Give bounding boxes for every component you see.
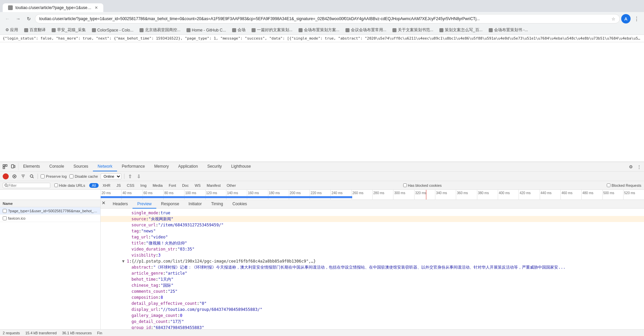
bookmark-wenshu[interactable]: 一篇好的文案策划... <box>249 26 295 34</box>
device-toolbar-button[interactable] <box>9 163 17 170</box>
tab-console[interactable]: Console <box>45 162 69 171</box>
detail-tab-cookies[interactable]: Cookies <box>228 200 252 209</box>
export-har-button[interactable]: ⇩ <box>136 173 142 179</box>
record-button[interactable] <box>3 173 9 179</box>
bookmark-apps[interactable]: ⚙ 应用 <box>3 26 21 34</box>
disable-cache-input[interactable] <box>69 174 73 178</box>
json-key: visibility <box>131 252 156 258</box>
json-key: tag_url <box>131 234 149 240</box>
search-button[interactable] <box>29 173 35 179</box>
filter-input-wrap[interactable] <box>3 183 50 188</box>
bookmark-label: 百度翻译 <box>30 27 46 33</box>
json-key: gallery_image_count <box>131 313 177 319</box>
svg-line-12 <box>33 177 34 178</box>
profile-button[interactable]: A <box>621 14 631 23</box>
request-1-bar <box>101 196 352 198</box>
filter-js[interactable]: JS <box>114 183 123 188</box>
filter-button[interactable] <box>20 173 26 179</box>
bookmarks-bar: ⚙ 应用 百度翻译 早安_花猫_采集 ColorSpace - Colo... … <box>0 25 644 35</box>
tab-memory[interactable]: Memory <box>150 162 173 171</box>
filter-other[interactable]: Other <box>225 183 238 188</box>
devtools-more-button[interactable]: ⋮ <box>635 163 643 170</box>
bookmark-huacai[interactable]: 早安_花猫_采集 <box>49 26 88 34</box>
detail-tab-response[interactable]: Response <box>156 200 184 209</box>
filter-media[interactable]: Media <box>151 183 165 188</box>
filter-doc[interactable]: Doc <box>180 183 191 188</box>
devtools-settings-button[interactable]: ⚙ <box>627 163 635 170</box>
bookmark-baidu[interactable]: 百度翻译 <box>21 26 48 34</box>
json-key: display_url <box>131 306 158 313</box>
detail-tab-preview[interactable]: Preview <box>132 200 156 209</box>
detail-tab-headers[interactable]: Headers <box>108 200 132 209</box>
inspect-element-button[interactable] <box>1 163 9 170</box>
close-detail-panel-button[interactable]: ✕ <box>101 200 107 206</box>
detail-tab-initiator[interactable]: Initiator <box>184 200 206 209</box>
tab-security[interactable]: Security <box>203 162 226 171</box>
filter-input[interactable] <box>8 183 49 187</box>
json-key: 1 <box>127 258 129 264</box>
tab-network[interactable]: Network <box>93 162 117 171</box>
browser-menu-button[interactable]: ⋮ <box>632 14 641 23</box>
page-json-content: {"login_status": false, "has_more": true… <box>0 35 644 42</box>
bookmark-huichang[interactable]: 会场 <box>229 26 248 34</box>
json-colon: : <box>149 234 151 240</box>
filter-img[interactable]: Img <box>139 183 149 188</box>
tab-sources[interactable]: Sources <box>69 162 93 171</box>
disable-cache-checkbox[interactable]: Disable cache <box>69 174 98 178</box>
bookmark-huichang2[interactable]: 会场布置策划方案... <box>296 26 342 34</box>
json-line: comments_count : "25" <box>101 288 644 294</box>
filter-xhr[interactable]: XHR <box>101 183 112 188</box>
has-blocked-cookies-checkbox[interactable]: Has blocked cookies <box>403 183 442 187</box>
json-key: comments_count <box>131 288 165 294</box>
json-line: behot_time : "1天内" <box>101 276 644 282</box>
file-item-favicon[interactable]: favicon.ico <box>0 215 100 222</box>
forward-button[interactable]: → <box>13 14 23 23</box>
bookmark-cehua[interactable]: 策划文案怎么写_百... <box>437 26 485 34</box>
preserve-log-checkbox[interactable]: Preserve log <box>41 174 67 178</box>
hide-data-urls-input[interactable] <box>54 183 58 187</box>
json-colon: : <box>197 300 199 306</box>
active-tab[interactable]: toutiao.c/user/article/?page_type=1&user… <box>3 3 103 12</box>
hide-data-urls-checkbox[interactable]: Hide data URLs <box>52 183 87 188</box>
bookmark-star-icon[interactable]: ☆ <box>611 16 615 21</box>
filter-font[interactable]: Font <box>167 183 178 188</box>
json-colon: : <box>144 240 146 246</box>
json-key: title <box>131 240 144 246</box>
filter-css[interactable]: CSS <box>125 183 137 188</box>
preserve-log-input[interactable] <box>41 174 45 178</box>
json-line: go_detail_count : "17万" <box>101 319 644 325</box>
bookmark-beijing[interactable]: 北京德易堂国商控... <box>137 26 183 34</box>
has-blocked-cookies-input[interactable] <box>403 183 407 187</box>
filter-manifest[interactable]: Manifest <box>205 183 223 188</box>
reload-button[interactable]: ↻ <box>24 14 34 23</box>
file-item-checkbox[interactable] <box>3 209 7 213</box>
bookmark-huichang3[interactable]: 会议会场布置常用... <box>343 26 389 34</box>
bookmark-ce[interactable]: 关于文案策划书范... <box>390 26 436 34</box>
tab-performance[interactable]: Performance <box>117 162 150 171</box>
address-bar[interactable]: toutiao.c/user/article/?page_type=1&user… <box>35 14 620 23</box>
tab-application[interactable]: Application <box>173 162 203 171</box>
bookmark-label: 关于文案策划书范... <box>398 27 433 33</box>
expand-arrow[interactable]: ▼ <box>122 258 127 264</box>
tab-close-button[interactable]: ✕ <box>95 5 98 10</box>
blocked-requests-checkbox[interactable]: Blocked Requests <box>607 183 641 187</box>
file-item-request[interactable]: ?page_type=1&user_id=50025817786&max_beh… <box>0 207 100 215</box>
tab-lighthouse[interactable]: Lighthouse <box>226 162 256 171</box>
blocked-requests-input[interactable] <box>607 183 610 187</box>
detail-tab-timing[interactable]: Timing <box>206 200 228 209</box>
tab-elements[interactable]: Elements <box>18 162 45 171</box>
bookmark-huichang4[interactable]: 会场布置策划书 -... <box>486 26 531 34</box>
bookmark-github[interactable]: Home - GitHub C... <box>184 27 229 33</box>
json-colon: : <box>156 276 158 282</box>
file-item-checkbox[interactable] <box>3 216 7 220</box>
filter-ws[interactable]: WS <box>193 183 203 188</box>
timeline-label-260ms: 260 ms <box>352 190 372 200</box>
clear-button[interactable] <box>11 173 17 179</box>
filter-all[interactable]: All <box>89 183 99 188</box>
json-line: detail_play_effective_count : "0" <box>101 300 644 306</box>
bookmark-colorspace[interactable]: ColorSpace - Colo... <box>89 27 136 33</box>
import-har-button[interactable]: ⇧ <box>127 173 133 179</box>
back-button[interactable]: ← <box>3 14 12 23</box>
network-throttle-select[interactable]: Online <box>101 173 121 179</box>
bookmark-label: 策划文案怎么写_百... <box>445 27 483 33</box>
